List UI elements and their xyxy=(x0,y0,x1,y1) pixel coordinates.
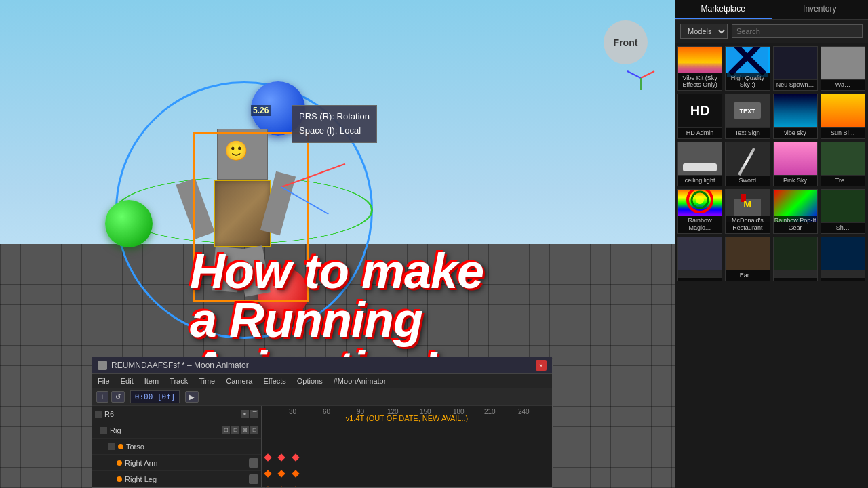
track-rig-controls: ⊞ ⊟ ⊠ ⊡ xyxy=(222,426,258,434)
grid-item-tre-label: Tre… xyxy=(821,176,865,186)
grid-item-hq-sky[interactable]: High Quality Sky :) xyxy=(725,46,770,91)
grid-item-spawn-label: Neu Spawn… xyxy=(774,80,817,90)
keyframe-4[interactable] xyxy=(264,470,271,477)
moon-toolbar: + ↺ 0:00 [0f] ▶ xyxy=(92,388,552,406)
track-r6-ctrl2[interactable]: ☰ xyxy=(250,410,258,418)
add-keyframe-button[interactable]: + xyxy=(96,391,108,403)
right-leg-lock[interactable] xyxy=(249,474,258,484)
grid-item-hd-admin-label: HD Admin xyxy=(678,128,722,138)
track-rig-ctrl1[interactable]: ⊞ xyxy=(222,426,230,434)
ruler-180: 180 xyxy=(453,408,465,415)
track-rig-ctrl2[interactable]: ⊟ xyxy=(231,426,239,434)
grid-item-text-sign-label: Text Sign xyxy=(726,128,769,138)
track-row-torso[interactable]: Torso xyxy=(92,439,261,455)
track-expand-torso[interactable] xyxy=(108,443,115,450)
moon-animator-panel[interactable]: REUMNDAAFSFsf * – Moon Animator × File E… xyxy=(92,357,553,488)
grid-item-earthy-label: Ear… xyxy=(726,270,769,281)
sword-shape xyxy=(738,148,755,176)
models-dropdown[interactable]: Models xyxy=(680,24,728,39)
items-grid: Vibe Kit (Sky Effects Only) High Quality… xyxy=(675,43,868,488)
grid-item-earthy[interactable]: Ear… xyxy=(725,237,770,281)
keyframe-6[interactable] xyxy=(292,470,299,477)
grid-item-sh-label: Sh… xyxy=(821,223,865,233)
track-r6-label: R6 xyxy=(104,410,114,418)
grid-item-text-sign[interactable]: TEXT Text Sign xyxy=(725,94,770,138)
grid-item-buildings[interactable] xyxy=(677,237,722,281)
track-names: R6 ● ☰ Rig ⊞ ⊟ ⊠ ⊡ xyxy=(92,406,262,487)
track-rig-ctrl4[interactable]: ⊡ xyxy=(250,426,258,434)
torso-icon xyxy=(118,444,123,449)
grid-item-mcdonalds-label: McDonald's Restaurant xyxy=(726,216,769,233)
moon-close-button[interactable]: × xyxy=(536,360,547,371)
ruler-210: 210 xyxy=(484,408,496,415)
right-leg-icon xyxy=(117,476,122,482)
play-button[interactable]: ▶ xyxy=(185,391,199,403)
grid-item-pink-sky[interactable]: Pink Sky xyxy=(773,142,818,186)
track-row-right-leg[interactable]: Right Leg xyxy=(92,471,261,487)
grid-item-hd-admin[interactable]: HD HD Admin xyxy=(677,94,722,138)
track-row-rig[interactable]: Rig ⊞ ⊟ ⊠ ⊡ xyxy=(92,422,261,439)
grid-item-vibe-sky[interactable]: vibe sky xyxy=(773,94,818,138)
grid-item-sh[interactable]: Sh… xyxy=(821,189,865,234)
grid-item-rainbow-magic-label: Rainbow Magic… xyxy=(678,216,722,233)
track-row-r6[interactable]: R6 ● ☰ xyxy=(92,406,261,422)
menu-track[interactable]: Track xyxy=(168,375,189,386)
track-r6-ctrl1[interactable]: ● xyxy=(241,410,249,418)
svg-text:TEXT: TEXT xyxy=(740,108,756,115)
grid-item-mystery[interactable] xyxy=(821,237,865,281)
keyframe-5[interactable] xyxy=(277,470,285,477)
svg-line-1 xyxy=(627,71,641,78)
grid-item-mcdonalds[interactable]: M McDonald's Restaurant xyxy=(725,189,770,234)
front-label: Front xyxy=(604,20,648,64)
grid-item-ceiling-light-label: ceiling light xyxy=(678,176,722,186)
keyframe-9[interactable] xyxy=(292,486,299,487)
sidebar-controls: Models xyxy=(675,20,868,43)
search-input[interactable] xyxy=(732,24,863,38)
menu-camera[interactable]: Camera xyxy=(224,375,254,386)
svg-line-0 xyxy=(641,71,654,78)
right-arm-lock[interactable] xyxy=(249,458,258,468)
track-row-right-arm[interactable]: Right Arm xyxy=(92,455,261,471)
ceiling-shape xyxy=(683,163,717,171)
grid-item-rainbow-magic[interactable]: Rainbow Magic… xyxy=(677,189,722,234)
menu-file[interactable]: File xyxy=(96,375,111,386)
grid-item-vibe-kit[interactable]: Vibe Kit (Sky Effects Only) xyxy=(677,46,722,91)
grid-item-tre[interactable]: Tre… xyxy=(821,142,865,186)
track-rig-ctrl3[interactable]: ⊠ xyxy=(241,426,249,434)
grid-item-rainbow-pop[interactable]: Rainbow Pop-It Gear xyxy=(773,189,818,234)
grid-item-spawn[interactable]: Neu Spawn… xyxy=(773,46,818,91)
tab-marketplace[interactable]: Marketplace xyxy=(675,0,772,19)
timeline-area: R6 ● ☰ Rig ⊞ ⊟ ⊠ ⊡ xyxy=(92,406,552,487)
grid-item-trees2[interactable] xyxy=(773,237,818,281)
keyframe-8[interactable] xyxy=(277,486,285,487)
ruler-30: 30 xyxy=(289,408,296,415)
grid-item-vibe-kit-label: Vibe Kit (Sky Effects Only) xyxy=(678,73,722,91)
timeline-ruler: 30 60 90 120 150 180 210 240 xyxy=(262,406,552,487)
menu-edit[interactable]: Edit xyxy=(119,375,135,386)
track-expand-rig[interactable] xyxy=(100,427,107,434)
grid-item-ceiling-light[interactable]: ceiling light xyxy=(677,142,722,186)
menu-time[interactable]: Time xyxy=(197,375,216,386)
keyframe-2[interactable] xyxy=(277,453,285,461)
grid-item-hq-sky-label: High Quality Sky :) xyxy=(726,73,769,91)
grid-item-sword[interactable]: Sword xyxy=(725,142,770,186)
menu-moonanimator-tag[interactable]: #MoonAnimator xyxy=(332,375,388,386)
keyframe-3[interactable] xyxy=(292,453,299,461)
sphere-arm-control[interactable] xyxy=(105,200,153,247)
ruler-240: 240 xyxy=(518,408,530,415)
track-expand-r6[interactable] xyxy=(95,411,102,418)
grid-item-pink-sky-label: Pink Sky xyxy=(774,176,817,186)
viewport: 🙂 5.26 PRS (R): Rotation Space (I): Loca… xyxy=(0,0,675,488)
tab-inventory[interactable]: Inventory xyxy=(772,0,869,19)
track-right-leg-label: Right Leg xyxy=(125,475,157,483)
menu-options[interactable]: Options xyxy=(296,375,324,386)
track-right-arm-label: Right Arm xyxy=(125,459,157,467)
keyframe-7[interactable] xyxy=(264,486,271,487)
keyframe-1[interactable] xyxy=(264,453,271,461)
menu-item[interactable]: Item xyxy=(143,375,160,386)
toolbar-btn-2[interactable]: ↺ xyxy=(111,391,125,403)
grid-item-wall[interactable]: Wa… xyxy=(821,46,865,91)
menu-effects[interactable]: Effects xyxy=(262,375,287,386)
moon-animator-icon xyxy=(98,361,107,370)
grid-item-sunbl[interactable]: Sun Bl… xyxy=(821,94,865,138)
